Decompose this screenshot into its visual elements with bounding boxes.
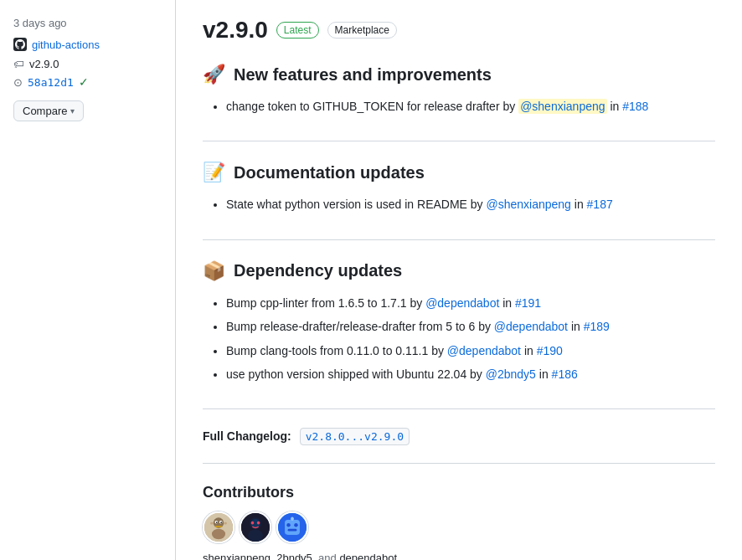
svg-rect-17 bbox=[285, 520, 300, 535]
contributors-names: shenxianpeng, 2bndy5, and dependabot bbox=[203, 552, 715, 560]
svg-rect-8 bbox=[215, 527, 223, 528]
svg-point-15 bbox=[257, 521, 260, 525]
main-content: v2.9.0 Latest Marketplace 🚀 New features… bbox=[176, 0, 742, 560]
dependency-list: Bump cpp-linter from 1.6.5 to 1.7.1 by @… bbox=[203, 294, 715, 384]
issue-link[interactable]: #188 bbox=[622, 100, 648, 113]
badge-latest: Latest bbox=[276, 22, 319, 39]
avatar-shenxianpeng[interactable] bbox=[203, 511, 234, 543]
package-emoji: 📦 bbox=[203, 260, 225, 282]
list-item: State what python version is used in REA… bbox=[226, 195, 715, 213]
contributors-title: Contributors bbox=[203, 484, 715, 501]
compare-caret: ▾ bbox=[70, 106, 75, 116]
item-text-mid: in bbox=[539, 367, 552, 381]
issue-link[interactable]: #186 bbox=[552, 367, 578, 381]
documentation-heading: 📝 Documentation updates bbox=[203, 162, 715, 183]
contributor-link-shenxianpeng[interactable]: shenxianpeng bbox=[203, 552, 271, 560]
user-link[interactable]: @dependabot bbox=[447, 344, 521, 357]
compare-button[interactable]: Compare ▾ bbox=[13, 100, 84, 121]
changelog-label: Full Changelog: bbox=[203, 429, 291, 443]
svg-rect-3 bbox=[224, 522, 227, 525]
issue-link[interactable]: #191 bbox=[515, 296, 541, 310]
item-text-mid: in bbox=[610, 100, 622, 113]
user-link[interactable]: @shenxianpeng bbox=[520, 100, 605, 113]
contributor-link-dependabot[interactable]: dependabot bbox=[339, 552, 397, 560]
contributors-section: Contributors bbox=[203, 480, 715, 560]
item-text: State what python version is used in REA… bbox=[226, 198, 486, 211]
sidebar: 3 days ago github-actions 🏷 v2.9.0 ⊙ 58a… bbox=[0, 0, 176, 560]
sidebar-actor: github-actions bbox=[13, 38, 162, 51]
item-text: Bump release-drafter/release-drafter fro… bbox=[226, 320, 494, 333]
tag-icon: 🏷 bbox=[13, 58, 24, 70]
item-text: change token to GITHUB_TOKEN for release… bbox=[226, 100, 518, 113]
svg-point-13 bbox=[248, 530, 263, 542]
compare-label: Compare bbox=[23, 105, 67, 117]
svg-point-6 bbox=[216, 522, 218, 524]
changelog-row: Full Changelog: v2.8.0...v2.9.0 bbox=[203, 429, 715, 443]
documentation-list: State what python version is used in REA… bbox=[203, 195, 715, 213]
sidebar-commit: ⊙ 58a12d1 ✓ bbox=[13, 75, 162, 89]
item-text: Bump cpp-linter from 1.6.5 to 1.7.1 by bbox=[226, 296, 425, 310]
item-text-mid: in bbox=[575, 198, 587, 211]
item-text-mid: in bbox=[524, 344, 537, 357]
list-item: use python version shipped with Ubuntu 2… bbox=[226, 365, 715, 383]
item-text: use python version shipped with Ubuntu 2… bbox=[226, 367, 486, 381]
new-features-heading: 🚀 New features and improvements bbox=[203, 64, 715, 85]
dependency-heading: 📦 Dependency updates bbox=[203, 260, 715, 282]
actor-name-link[interactable]: github-actions bbox=[32, 39, 100, 51]
list-item: change token to GITHUB_TOKEN for release… bbox=[226, 97, 715, 116]
svg-rect-2 bbox=[210, 522, 214, 525]
new-features-title: New features and improvements bbox=[234, 65, 492, 85]
documentation-section: 📝 Documentation updates State what pytho… bbox=[203, 162, 715, 239]
user-link[interactable]: @2bndy5 bbox=[486, 367, 536, 381]
changelog-link[interactable]: v2.8.0...v2.9.0 bbox=[300, 428, 410, 445]
user-link[interactable]: @dependabot bbox=[494, 320, 568, 333]
avatar-inner bbox=[241, 513, 270, 542]
rocket-emoji: 🚀 bbox=[203, 64, 225, 85]
avatar-inner bbox=[278, 513, 307, 542]
svg-rect-20 bbox=[288, 529, 297, 532]
list-item: Bump clang-tools from 0.11.0 to 0.11.1 b… bbox=[226, 342, 715, 360]
svg-point-18 bbox=[286, 523, 290, 527]
memo-emoji: 📝 bbox=[203, 162, 225, 183]
sidebar-tag: 🏷 v2.9.0 bbox=[13, 58, 162, 70]
dependency-section: 📦 Dependency updates Bump cpp-linter fro… bbox=[203, 260, 715, 410]
badge-marketplace[interactable]: Marketplace bbox=[327, 22, 397, 39]
avatar-inner bbox=[204, 513, 233, 542]
new-features-list: change token to GITHUB_TOKEN for release… bbox=[203, 97, 715, 116]
new-features-section: 🚀 New features and improvements change t… bbox=[203, 64, 715, 141]
avatar-dependabot[interactable] bbox=[276, 511, 308, 543]
issue-link[interactable]: #189 bbox=[584, 320, 610, 333]
check-icon: ✓ bbox=[79, 75, 89, 89]
section-divider bbox=[203, 463, 715, 464]
github-actions-icon bbox=[13, 38, 27, 51]
issue-link[interactable]: #187 bbox=[587, 198, 613, 211]
sidebar-timestamp: 3 days ago bbox=[13, 17, 162, 29]
list-item: Bump cpp-linter from 1.6.5 to 1.7.1 by @… bbox=[226, 294, 715, 312]
release-header: v2.9.0 Latest Marketplace bbox=[203, 17, 715, 44]
release-version: v2.9.0 bbox=[203, 17, 268, 44]
svg-point-9 bbox=[212, 529, 225, 540]
item-text-mid: in bbox=[571, 320, 584, 333]
dependency-title: Dependency updates bbox=[234, 261, 402, 280]
contributors-avatars bbox=[203, 511, 715, 543]
avatar-2bndy5[interactable] bbox=[240, 511, 271, 543]
contributor-link-2bndy5[interactable]: 2bndy5 bbox=[276, 552, 312, 560]
item-text-mid: in bbox=[502, 296, 515, 310]
svg-point-7 bbox=[220, 522, 222, 524]
list-item: Bump release-drafter/release-drafter fro… bbox=[226, 317, 715, 336]
highlighted-user: @shenxianpeng bbox=[518, 99, 606, 114]
item-text: Bump clang-tools from 0.11.0 to 0.11.1 b… bbox=[226, 344, 447, 357]
svg-rect-21 bbox=[291, 517, 294, 521]
tag-value: v2.9.0 bbox=[29, 58, 59, 70]
svg-point-19 bbox=[294, 523, 297, 527]
commit-icon: ⊙ bbox=[13, 76, 23, 89]
commit-hash-link[interactable]: 58a12d1 bbox=[28, 76, 74, 89]
svg-point-14 bbox=[251, 521, 255, 525]
issue-link[interactable]: #190 bbox=[537, 344, 563, 357]
user-link[interactable]: @dependabot bbox=[425, 296, 499, 310]
documentation-title: Documentation updates bbox=[234, 163, 425, 182]
user-link[interactable]: @shenxianpeng bbox=[486, 198, 570, 211]
